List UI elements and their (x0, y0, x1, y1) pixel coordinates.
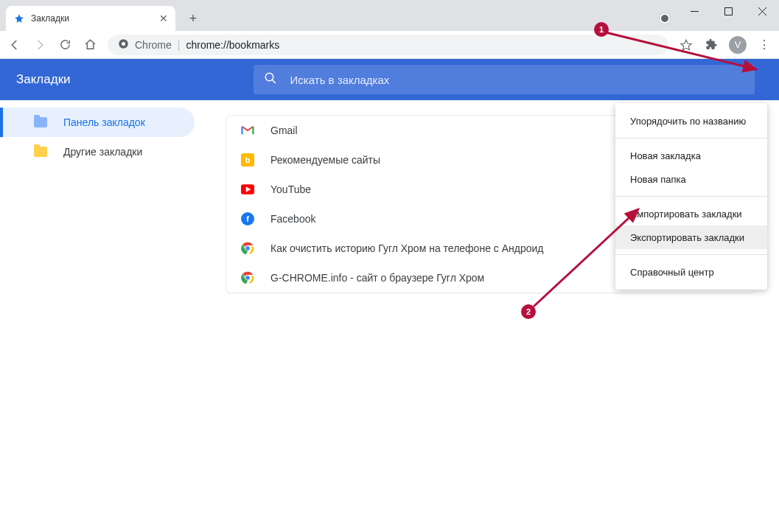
account-indicator-icon[interactable] (660, 13, 670, 24)
window-titlebar: Закладки ✕ + (0, 0, 779, 31)
bookmark-label: Facebook (270, 213, 315, 225)
profile-avatar[interactable]: V (729, 36, 747, 54)
folder-icon (34, 117, 47, 127)
bookmark-label: Gmail (270, 125, 298, 136)
chrome-icon (241, 242, 254, 255)
svg-line-7 (272, 80, 276, 83)
maximize-button[interactable] (711, 0, 745, 22)
menu-separator (615, 254, 767, 255)
organize-menu: Упорядочить по названию Новая закладка Н… (615, 103, 767, 290)
address-separator: | (178, 39, 181, 51)
minimize-button[interactable] (677, 0, 711, 22)
bookmark-star-icon[interactable] (679, 38, 694, 52)
address-bar[interactable]: Chrome | chrome://bookmarks (108, 35, 668, 55)
annotation-badge-1: 1 (594, 22, 609, 37)
svg-point-6 (265, 73, 273, 81)
svg-point-5 (122, 42, 125, 46)
folder-icon (34, 147, 47, 157)
search-icon (264, 71, 277, 88)
address-chrome-label: Chrome (135, 39, 172, 51)
forward-button[interactable] (32, 38, 47, 52)
sidebar-item-bookmarks-bar[interactable]: Панель закладок (0, 108, 195, 137)
menu-item-import-bookmarks[interactable]: Импортировать закладки (615, 202, 767, 225)
extensions-icon[interactable] (704, 38, 719, 52)
menu-item-help-center[interactable]: Справочный центр (615, 260, 767, 284)
search-container (254, 65, 755, 94)
new-tab-button[interactable]: + (183, 8, 203, 29)
gmail-icon (241, 124, 254, 137)
browser-toolbar: Chrome | chrome://bookmarks V ⋮ (0, 31, 779, 59)
bookmark-label: YouTube (270, 183, 311, 195)
bookmark-label: G-CHROME.info - сайт о браузере Гугл Хро… (270, 272, 484, 284)
page-title: Закладки (16, 72, 71, 87)
home-button[interactable] (83, 38, 97, 52)
menu-separator (615, 138, 767, 139)
star-icon (13, 13, 25, 24)
bing-icon: b (241, 153, 254, 167)
menu-item-new-bookmark[interactable]: Новая закладка (615, 144, 767, 167)
sidebar-item-other-bookmarks[interactable]: Другие закладки (0, 137, 206, 167)
close-icon[interactable]: ✕ (159, 13, 168, 24)
back-button[interactable] (7, 38, 22, 52)
sidebar-item-label: Панель закладок (63, 116, 145, 128)
address-url: chrome://bookmarks (186, 39, 279, 51)
youtube-icon (241, 183, 254, 196)
bookmark-label: Как очистить историю Гугл Хром на телефо… (270, 242, 544, 254)
menu-separator (615, 196, 767, 197)
bookmarks-header: Закладки (0, 59, 779, 100)
reload-button[interactable] (57, 38, 72, 52)
sidebar: Панель закладок Другие закладки (0, 100, 206, 532)
tab-title: Закладки (31, 13, 69, 24)
chrome-menu-button[interactable]: ⋮ (757, 38, 772, 52)
menu-item-export-bookmarks[interactable]: Экспортировать закладки (615, 225, 767, 249)
chrome-logo-icon (118, 38, 129, 52)
annotation-badge-2: 2 (521, 304, 536, 319)
menu-item-new-folder[interactable]: Новая папка (615, 167, 767, 191)
chrome-icon (241, 271, 254, 284)
svg-rect-1 (724, 7, 732, 15)
bookmark-label: Рекомендуемые сайты (270, 154, 380, 166)
facebook-icon: f (241, 212, 254, 225)
search-input[interactable] (290, 74, 744, 86)
close-window-button[interactable] (745, 0, 779, 22)
sidebar-item-label: Другие закладки (63, 146, 142, 158)
menu-item-sort-by-name[interactable]: Упорядочить по названию (615, 109, 767, 133)
browser-tab[interactable]: Закладки ✕ (6, 6, 175, 31)
